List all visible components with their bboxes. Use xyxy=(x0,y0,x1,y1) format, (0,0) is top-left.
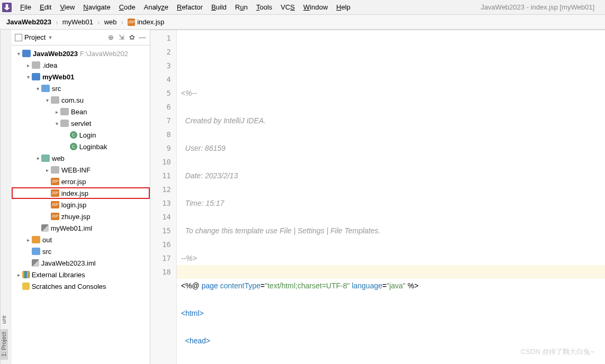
tree-scratches[interactable]: Scratches and Consoles xyxy=(12,280,150,292)
breadcrumb[interactable]: JSPindex.jsp xyxy=(124,17,167,27)
side-tab-structure[interactable]: ure xyxy=(0,313,8,327)
tree-file-index-jsp[interactable]: JSP index.jsp xyxy=(12,187,150,199)
menu-tools[interactable]: Tools xyxy=(252,2,276,13)
menu-window[interactable]: Window xyxy=(299,2,332,13)
hide-icon[interactable]: — xyxy=(138,33,147,42)
tree-package-servlet[interactable]: ▾servlet xyxy=(12,117,150,129)
locate-icon[interactable]: ⊕ xyxy=(106,33,115,42)
menu-view[interactable]: View xyxy=(56,2,79,13)
menu-vcs[interactable]: VCS xyxy=(276,2,299,13)
tree-package-bean[interactable]: ▸Bean xyxy=(12,106,150,117)
menu-file[interactable]: File xyxy=(16,2,35,13)
tree-file-error-jsp[interactable]: JSP error.jsp xyxy=(12,176,150,187)
chevron-right-icon: › xyxy=(121,18,124,26)
code-area[interactable]: 123456789101112131415161718 <%-- Created… xyxy=(150,30,605,364)
expand-all-icon[interactable]: ⇲ xyxy=(117,33,125,42)
window-title: JavaWeb2023 - index.jsp [myWeb01] xyxy=(481,3,605,11)
chevron-right-icon: › xyxy=(56,18,58,26)
tree-folder-web[interactable]: ▾web xyxy=(12,152,150,164)
libraries-icon xyxy=(22,271,30,278)
tree-package[interactable]: ▾com.su xyxy=(12,94,150,106)
menu-help[interactable]: Help xyxy=(332,2,355,13)
line-gutter: 123456789101112131415161718 xyxy=(150,30,177,364)
editor: CLogin.java×JSPindex.jsp×JSPzhuye.jsp×JS… xyxy=(150,30,605,364)
tree-class-loginbak[interactable]: C Loginbak xyxy=(12,141,150,152)
breadcrumb[interactable]: myWeb01 xyxy=(59,17,96,27)
menu-code[interactable]: Code xyxy=(115,2,140,13)
side-tab-project[interactable]: 1: Project xyxy=(0,329,8,360)
tree-module[interactable]: ▾myWeb01 xyxy=(12,71,150,83)
jsp-file-icon: JSP xyxy=(51,201,59,208)
tree-folder-src[interactable]: ▾src xyxy=(12,83,150,94)
tree-folder-idea[interactable]: ▸.idea xyxy=(12,59,150,71)
navigation-bar: JavaWeb2023 › myWeb01 › web › JSPindex.j… xyxy=(0,15,605,30)
tree-class-login[interactable]: C Login xyxy=(12,129,150,141)
class-icon: C xyxy=(70,131,77,139)
code-content[interactable]: <%-- Created by IntelliJ IDEA. User: 861… xyxy=(177,30,605,364)
iml-file-icon xyxy=(41,224,49,232)
tool-window-bar: 1: Project ure xyxy=(0,30,12,364)
tree-folder-src2[interactable]: src xyxy=(12,245,150,257)
tree-folder-webinf[interactable]: ▸WEB-INF xyxy=(12,164,150,176)
scratch-icon xyxy=(22,283,30,290)
tree-external-libraries[interactable]: ▸ External Libraries xyxy=(12,269,150,280)
menu-edit[interactable]: Edit xyxy=(35,2,56,13)
project-panel: Project ▼ ⊕ ⇲ ✿ — ▾JavaWeb2023F:\JavaWeb… xyxy=(12,30,150,364)
menu-analyze[interactable]: Analyze xyxy=(140,2,173,13)
iml-file-icon xyxy=(32,259,39,267)
jsp-file-icon: JSP xyxy=(128,19,135,26)
jsp-file-icon: JSP xyxy=(51,189,59,197)
tree-file-iml[interactable]: myWeb01.iml xyxy=(12,222,150,234)
tree-file-login-jsp[interactable]: JSP login.jsp xyxy=(12,199,150,211)
menu-run[interactable]: Run xyxy=(231,2,252,13)
tree-file-zhuye-jsp[interactable]: JSP zhuye.jsp xyxy=(12,211,150,222)
menu-refactor[interactable]: Refactor xyxy=(173,2,207,13)
tree-project-root[interactable]: ▾JavaWeb2023F:\JavaWeb202 xyxy=(12,48,150,59)
project-view-selector[interactable]: Project ▼ xyxy=(15,33,52,41)
settings-icon[interactable]: ✿ xyxy=(128,33,136,42)
tree-file-root-iml[interactable]: JavaWeb2023.iml xyxy=(12,257,150,269)
tree-folder-out[interactable]: ▸out xyxy=(12,234,150,245)
menubar: File Edit View Navigate Code Analyze Ref… xyxy=(0,0,605,15)
jsp-file-icon: JSP xyxy=(51,213,59,220)
menu-build[interactable]: Build xyxy=(207,2,231,13)
breadcrumb[interactable]: JavaWeb2023 xyxy=(3,17,55,27)
chevron-right-icon: › xyxy=(97,18,100,26)
project-panel-header: Project ▼ ⊕ ⇲ ✿ — xyxy=(12,30,150,46)
jsp-file-icon: JSP xyxy=(51,178,59,185)
menu-navigate[interactable]: Navigate xyxy=(79,2,114,13)
project-tree[interactable]: ▾JavaWeb2023F:\JavaWeb202 ▸.idea ▾myWeb0… xyxy=(12,46,150,364)
class-icon: C xyxy=(70,143,77,150)
breadcrumb[interactable]: web xyxy=(101,17,120,27)
app-icon xyxy=(2,3,12,12)
